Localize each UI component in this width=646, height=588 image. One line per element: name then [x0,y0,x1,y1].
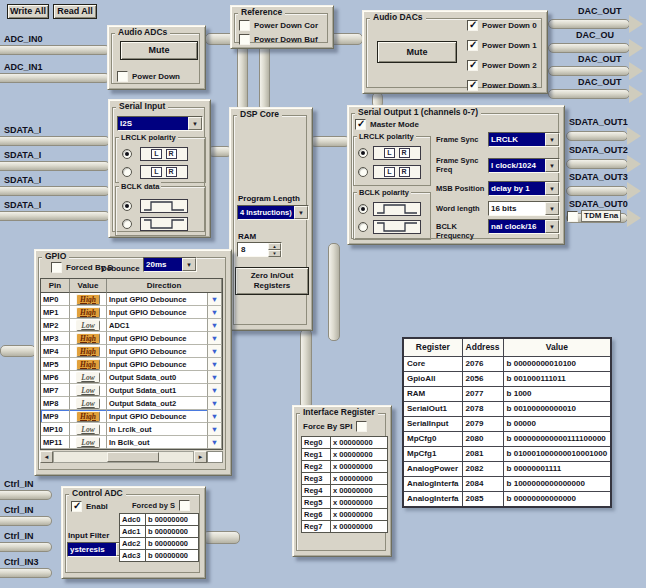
gpio-direction-cell[interactable]: Output Sdata_out2 [107,397,208,410]
ram-stepper[interactable]: 8 ▲ ▼ [237,242,282,257]
gpio-value-toggle[interactable]: Low [76,437,100,448]
powerdown-core-checkbox[interactable] [239,20,250,31]
adc-mute-button[interactable]: Mute [120,41,198,60]
scrollbar-thumb[interactable] [107,452,159,462]
dac-power-down-checkbox[interactable] [467,60,478,71]
frame-sync-dropdown[interactable]: LRCLK ▼ [488,132,560,147]
chevron-down-icon[interactable]: ▼ [188,117,202,130]
gpio-direction-cell[interactable]: Input GPIO Debounce [107,293,208,306]
serial-format-dropdown[interactable]: I2S ▼ [117,116,203,131]
gpio-scrollbar[interactable]: ◄ ► [40,451,223,463]
gpio-value-toggle[interactable]: High [76,307,100,318]
stepper-down-icon[interactable]: ▼ [268,250,281,257]
lrclk-polarity-radio[interactable] [122,167,132,177]
gpio-table-row[interactable]: MP5HighInput GPIO Debounce▼ [41,358,222,371]
gpio-direction-dropdown-icon[interactable]: ▼ [208,319,222,332]
gpio-direction-dropdown-icon[interactable]: ▼ [208,397,222,410]
chevron-down-icon[interactable]: ▼ [545,202,559,215]
gpio-direction-dropdown-icon[interactable]: ▼ [208,384,222,397]
chevron-down-icon[interactable]: ▼ [545,220,559,233]
dac-power-down-checkbox[interactable] [467,40,478,51]
bclk-data-radio[interactable] [122,219,132,229]
gpio-value-toggle[interactable]: Low [76,398,100,409]
gpio-direction-dropdown-icon[interactable]: ▼ [208,371,222,384]
chevron-down-icon[interactable]: ▼ [545,159,559,172]
stepper-up-icon[interactable]: ▲ [268,243,281,250]
debounce-dropdown[interactable]: 20ms ▼ [143,257,197,272]
gpio-value-toggle[interactable]: Low [76,385,100,396]
control-adc-enable-checkbox[interactable] [71,501,82,512]
scrollbar-track[interactable] [53,451,194,463]
gpio-table-row[interactable]: MP4HighInput GPIO Debounce▼ [41,345,222,358]
control-adc-forced-checkbox[interactable] [179,500,190,511]
gpio-value-toggle[interactable]: High [76,333,100,344]
zero-registers-button[interactable]: Zero In/Out Registers [235,267,309,295]
gpio-value-toggle[interactable]: High [76,294,100,305]
chevron-down-icon[interactable]: ▼ [294,206,308,219]
gpio-direction-dropdown-icon[interactable]: ▼ [208,436,222,449]
gpio-direction-cell[interactable]: Input GPIO Debounce [107,306,208,319]
gpio-table-row[interactable]: MP8LowOutput Sdata_out2▼ [41,397,222,410]
write-all-button[interactable]: Write All [7,4,49,19]
lrclk-polarity-radio[interactable] [122,149,132,159]
gpio-table-row[interactable]: MP0HighInput GPIO Debounce▼ [41,293,222,306]
read-all-button[interactable]: Read All [53,4,97,19]
gpio-table-row[interactable]: MP1HighInput GPIO Debounce▼ [41,306,222,319]
chevron-down-icon[interactable]: ▼ [545,133,559,146]
output-bclk-radio[interactable] [358,222,368,232]
gpio-direction-cell[interactable]: Output Sdata_out1 [107,384,208,397]
dac-mute-button[interactable]: Mute [377,41,457,63]
bclk-frequency-dropdown[interactable]: nal clock/16 ▼ [488,219,560,234]
chevron-down-icon[interactable]: ▼ [182,258,196,271]
dac-power-down-checkbox[interactable] [467,20,478,31]
master-mode-checkbox[interactable] [355,119,366,130]
chevron-down-icon[interactable]: ▼ [545,182,559,195]
output-lrclk-radio[interactable] [358,148,368,158]
gpio-direction-cell[interactable]: Input GPIO Debounce [107,410,208,423]
gpio-direction-dropdown-icon[interactable]: ▼ [208,345,222,358]
gpio-table-row[interactable]: MP9HighInput GPIO Debounce▼ [41,410,222,423]
scroll-left-icon[interactable]: ◄ [40,451,53,463]
output-bclk-radio[interactable] [358,204,368,214]
control-adc-value[interactable]: b 00000000 [145,549,199,562]
frame-sync-freq-dropdown[interactable]: l clock/1024 ▼ [488,158,560,173]
gpio-direction-cell[interactable]: ADC1 [107,319,208,332]
scroll-right-icon[interactable]: ► [194,451,207,463]
tdm-enable-checkbox[interactable] [567,211,578,222]
gpio-table-row[interactable]: MP11LowIn Bclk_out▼ [41,436,222,449]
gpio-table-row[interactable]: MP3HighInput GPIO Debounce▼ [41,332,222,345]
gpio-table-row[interactable]: MP10LowIn Lrclk_out▼ [41,423,222,436]
force-by-spi-checkbox[interactable] [356,421,367,432]
gpio-direction-dropdown-icon[interactable]: ▼ [208,358,222,371]
gpio-direction-cell[interactable]: In Lrclk_out [107,423,208,436]
gpio-direction-dropdown-icon[interactable]: ▼ [208,332,222,345]
gpio-direction-dropdown-icon[interactable]: ▼ [208,423,222,436]
gpio-direction-cell[interactable]: Input GPIO Debounce [107,332,208,345]
gpio-direction-cell[interactable]: Input GPIO Debounce [107,358,208,371]
gpio-table-row[interactable]: MP2LowADC1▼ [41,319,222,332]
msb-position-dropdown[interactable]: delay by 1 ▼ [488,181,560,196]
adc-power-down-checkbox[interactable] [117,71,128,82]
output-lrclk-radio[interactable] [358,167,368,177]
gpio-direction-cell[interactable]: Input GPIO Debounce [107,345,208,358]
gpio-value-toggle[interactable]: High [76,346,100,357]
word-length-dropdown[interactable]: 16 bits ▼ [488,201,560,216]
gpio-direction-cell[interactable]: Output Sdata_out0 [107,371,208,384]
gpio-value-toggle[interactable]: Low [76,424,100,435]
gpio-value-toggle[interactable]: High [76,359,100,370]
gpio-direction-cell[interactable]: In Bclk_out [107,436,208,449]
gpio-value-toggle[interactable]: High [76,411,100,422]
powerdown-buf-checkbox[interactable] [239,34,250,45]
gpio-table-row[interactable]: MP6LowOutput Sdata_out0▼ [41,371,222,384]
program-length-dropdown[interactable]: 4 Instructions) ▼ [237,205,309,220]
interface-register-value[interactable]: x 00000000 [330,520,388,533]
gpio-forced-by-checkbox[interactable] [51,262,62,273]
gpio-value-toggle[interactable]: Low [76,320,100,331]
gpio-direction-dropdown-icon[interactable]: ▼ [208,306,222,319]
dac-power-down-checkbox[interactable] [467,80,478,91]
gpio-table-row[interactable]: MP7LowOutput Sdata_out1▼ [41,384,222,397]
gpio-direction-dropdown-icon[interactable]: ▼ [208,410,222,423]
bclk-data-radio[interactable] [122,201,132,211]
gpio-value-toggle[interactable]: Low [76,372,100,383]
gpio-direction-dropdown-icon[interactable]: ▼ [208,293,222,306]
